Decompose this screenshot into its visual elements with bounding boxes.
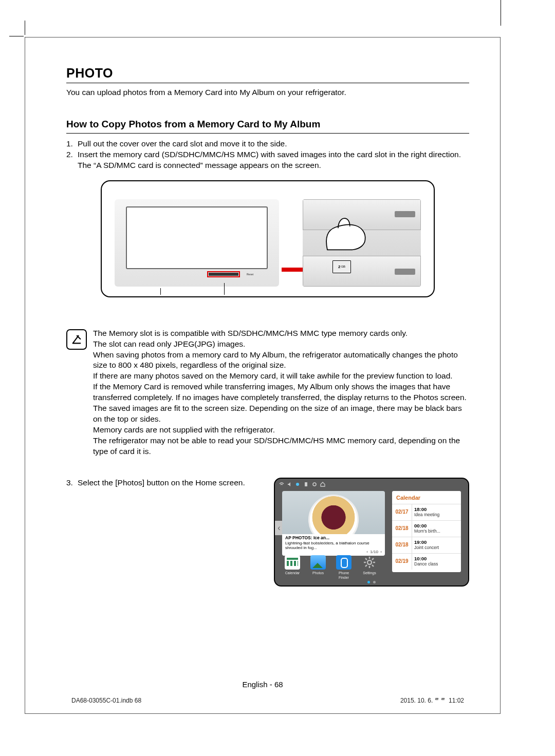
sub-heading: How to Copy Photos from a Memory Card to… xyxy=(66,119,469,134)
page-footer-right: 2015. 10. 6. ᄅᄅ 11:02 xyxy=(400,697,464,704)
calendar-row[interactable]: 02/18 19:00Joint concert xyxy=(392,537,461,553)
sd-capacity: 2 xyxy=(338,264,340,269)
step-text: Insert the memory card (SD/SDHC/MMC/HS M… xyxy=(78,149,469,171)
page-dots[interactable] xyxy=(367,581,376,583)
section-title: PHOTO xyxy=(66,66,469,83)
photo-next[interactable]: › xyxy=(380,550,382,554)
page-footer-left: DA68-03055C-01.indb 68 xyxy=(71,697,141,704)
calendar-row[interactable]: 02/17 18:00Idea meeting xyxy=(392,504,461,520)
svg-point-0 xyxy=(296,483,299,486)
display-device xyxy=(115,199,279,287)
svg-line-10 xyxy=(365,565,367,566)
steps-list: 1. Pull out the cover over the card slot… xyxy=(66,139,469,171)
event-desc: Idea meeting xyxy=(414,513,439,517)
sound-icon xyxy=(287,482,292,487)
event-desc: Dance class xyxy=(414,562,438,566)
photo-prev[interactable]: ‹ xyxy=(366,550,368,554)
leader-line xyxy=(160,288,161,295)
step-text: Select the [Photos] button on the Home s… xyxy=(78,478,267,488)
intro-text: You can upload photos from a Memory Card… xyxy=(66,87,469,98)
dock-label: Photos xyxy=(308,571,328,575)
svg-rect-1 xyxy=(305,482,307,486)
photo-count: 1/10 xyxy=(370,550,378,554)
manual-page: PHOTO You can upload photos from a Memor… xyxy=(0,0,555,756)
wifi-icon xyxy=(279,482,284,487)
sd-unit: GB xyxy=(341,265,345,268)
dock-phone-finder[interactable]: Phone Finder xyxy=(334,555,354,580)
card-slot-highlight xyxy=(207,271,240,277)
step-number: 1. xyxy=(66,139,78,149)
page-footer-center: English - 68 xyxy=(25,680,500,689)
photo-pagination[interactable]: ‹ 1/10 › xyxy=(366,550,382,554)
status-bar xyxy=(279,482,325,487)
rule xyxy=(66,83,469,83)
step-number: 2. xyxy=(66,149,78,171)
svg-line-8 xyxy=(365,558,367,560)
weather-icon xyxy=(295,482,301,487)
home-screen-figure: ‹ AP PHOTOS: Ice an... Lightning-fast bo… xyxy=(274,478,469,587)
photo-headline: AP PHOTOS: Ice an... xyxy=(285,536,382,541)
calendar-date: 02/18 xyxy=(392,537,412,553)
calendar-row[interactable]: 02/19 10:00Dance class xyxy=(392,553,461,570)
gear-small-icon xyxy=(312,482,317,487)
photos-icon xyxy=(310,555,326,570)
step-text: Pull out the cover over the card slot an… xyxy=(78,139,469,149)
photo-widget[interactable]: AP PHOTOS: Ice an... Lightning-fast bobs… xyxy=(282,491,385,556)
gear-icon xyxy=(362,555,377,570)
svg-point-2 xyxy=(313,483,316,486)
dock-settings[interactable]: Settings xyxy=(359,555,380,580)
crop-mark xyxy=(9,36,24,36)
dock-label: Calendar xyxy=(282,571,303,575)
calendar-date: 02/17 xyxy=(392,504,412,520)
event-desc: Mom's birth... xyxy=(414,529,440,534)
svg-line-11 xyxy=(372,558,374,560)
crop-mark xyxy=(25,21,25,35)
photo-subtext: Lightning-fast bobsledders, a biathalon … xyxy=(285,541,382,550)
hand-icon xyxy=(322,215,368,251)
note-icon xyxy=(66,329,87,350)
figure-card-slot: Reset 2 GB xyxy=(66,180,469,297)
calendar-date: 02/18 xyxy=(392,521,412,537)
step-3-row: 3. Select the [Photos] button on the Hom… xyxy=(66,478,469,587)
phone-icon xyxy=(336,555,351,570)
calendar-icon xyxy=(285,555,300,570)
svg-line-9 xyxy=(372,565,374,566)
crop-mark xyxy=(501,0,501,26)
reset-label: Reset xyxy=(247,273,253,276)
page-frame: PHOTO You can upload photos from a Memor… xyxy=(25,37,501,714)
leader-line xyxy=(224,283,225,295)
step-2: 2. Insert the memory card (SD/SDHC/MMC/H… xyxy=(66,149,469,171)
calendar-title: Calendar xyxy=(392,491,461,504)
note-text: The Memory slot is is compatible with SD… xyxy=(93,328,469,457)
dock-label: Phone Finder xyxy=(334,571,354,580)
doc-icon xyxy=(304,482,309,487)
event-desc: Joint concert xyxy=(414,545,439,550)
note-block: The Memory slot is is compatible with SD… xyxy=(66,328,469,457)
sd-card-icon: 2 GB xyxy=(332,260,351,273)
svg-point-3 xyxy=(367,560,372,564)
dock: Calendar Photos Phone Finder Se xyxy=(282,555,380,580)
calendar-widget[interactable]: Calendar 02/17 18:00Idea meeting 02/18 0… xyxy=(392,491,461,572)
photo-caption: AP PHOTOS: Ice an... Lightning-fast bobs… xyxy=(282,534,385,556)
dock-label: Settings xyxy=(359,571,380,575)
step-1: 1. Pull out the cover over the card slot… xyxy=(66,139,469,149)
calendar-row[interactable]: 02/18 00:00Mom's birth... xyxy=(392,520,461,537)
step-number: 3. xyxy=(66,478,78,488)
home-icon xyxy=(320,482,325,487)
dock-photos[interactable]: Photos xyxy=(308,555,328,580)
dock-calendar[interactable]: Calendar xyxy=(282,555,303,580)
insert-illustration: 2 GB xyxy=(303,199,421,287)
calendar-date: 02/19 xyxy=(392,554,412,570)
